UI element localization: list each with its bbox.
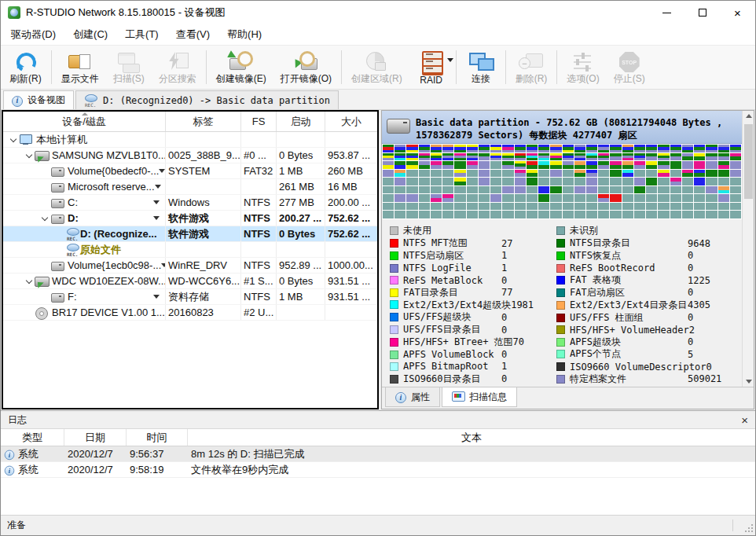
scan-block[interactable] <box>550 178 561 185</box>
scan-block[interactable] <box>515 153 526 161</box>
tree-header-start[interactable]: 启动 <box>277 112 325 131</box>
dropdown-icon[interactable] <box>153 200 160 204</box>
scan-block[interactable] <box>490 194 501 202</box>
chevron-down-icon[interactable] <box>447 58 453 62</box>
menu-item-drive[interactable]: 驱动器(D) <box>2 26 64 43</box>
scan-block[interactable] <box>682 178 693 185</box>
scan-block[interactable] <box>550 153 561 161</box>
scan-block[interactable] <box>406 194 417 202</box>
scan-block[interactable] <box>563 153 574 161</box>
scan-block[interactable] <box>479 178 490 185</box>
scan-block[interactable] <box>479 161 490 169</box>
scan-block[interactable] <box>502 203 513 211</box>
scan-block[interactable] <box>527 170 538 178</box>
scan-block[interactable] <box>550 161 561 169</box>
scan-block[interactable] <box>694 178 705 185</box>
scan-block[interactable] <box>574 178 585 185</box>
scan-block[interactable] <box>706 153 717 161</box>
toolbar-button-create-image[interactable]: 创建镜像(E) <box>209 47 273 87</box>
scan-block[interactable] <box>406 153 417 161</box>
scan-block[interactable] <box>694 170 705 178</box>
scan-block[interactable] <box>515 211 526 218</box>
scan-block[interactable] <box>515 203 526 211</box>
scan-block[interactable] <box>538 170 549 178</box>
tab-device-view[interactable]: 设备视图 <box>3 90 74 109</box>
scan-block[interactable] <box>467 178 478 185</box>
tree-row[interactable]: Microsoft reserve...261 MB16 MB <box>3 179 377 195</box>
scan-block[interactable] <box>419 178 430 185</box>
scan-block[interactable] <box>598 161 609 169</box>
scan-block[interactable] <box>395 186 406 194</box>
scan-block[interactable] <box>586 186 597 194</box>
scan-block[interactable] <box>442 145 453 152</box>
scan-block[interactable] <box>634 178 645 185</box>
scan-block[interactable] <box>718 211 729 218</box>
toolbar-button-connect[interactable]: 连接 <box>459 47 503 87</box>
minimize-button[interactable] <box>649 1 684 24</box>
scan-block[interactable] <box>658 161 669 169</box>
scan-block[interactable] <box>730 203 741 211</box>
scan-block[interactable] <box>454 170 465 178</box>
scan-block[interactable] <box>406 211 417 218</box>
scan-block[interactable] <box>634 211 645 218</box>
scan-block[interactable] <box>634 161 645 169</box>
scan-block[interactable] <box>646 161 657 169</box>
scan-block[interactable] <box>730 194 741 202</box>
scan-block[interactable] <box>646 170 657 178</box>
scan-block[interactable] <box>515 161 526 169</box>
scan-block[interactable] <box>718 153 729 161</box>
scan-block[interactable] <box>406 145 417 152</box>
tab-recognized-partition[interactable]: D: (Recognized0) -> Basic data partition <box>75 90 339 109</box>
tree-row[interactable]: Volume{0bedecf0-...SYSTEMFAT321 MB260 MB <box>3 163 377 179</box>
scan-block[interactable] <box>634 186 645 194</box>
scan-block[interactable] <box>527 203 538 211</box>
scan-block[interactable] <box>718 145 729 152</box>
scan-block[interactable] <box>538 153 549 161</box>
scan-block[interactable] <box>431 211 442 218</box>
scan-block[interactable] <box>515 186 526 194</box>
scan-block[interactable] <box>490 211 501 218</box>
scan-block[interactable] <box>395 203 406 211</box>
scan-block[interactable] <box>563 194 574 202</box>
scan-block[interactable] <box>454 194 465 202</box>
scan-block[interactable] <box>646 178 657 185</box>
scan-block[interactable] <box>490 203 501 211</box>
scan-block[interactable] <box>718 186 729 194</box>
maximize-button[interactable] <box>684 1 720 24</box>
chevron-down-icon[interactable] <box>24 154 35 157</box>
scan-block[interactable] <box>586 194 597 202</box>
scan-block[interactable] <box>395 211 406 218</box>
scan-block[interactable] <box>598 203 609 211</box>
tree-row[interactable]: D: (Recognize...软件游戏NTFS0 Bytes752.62 ..… <box>3 226 377 242</box>
scan-block[interactable] <box>658 145 669 152</box>
toolbar-button-refresh[interactable]: 刷新(R) <box>2 47 49 87</box>
scan-block[interactable] <box>467 203 478 211</box>
tab-scan-info[interactable]: 扫描信息 <box>442 387 517 407</box>
scan-block[interactable] <box>586 178 597 185</box>
dropdown-icon[interactable] <box>155 185 161 189</box>
scan-block[interactable] <box>694 203 705 211</box>
scan-block[interactable] <box>718 161 729 169</box>
scan-block[interactable] <box>598 186 609 194</box>
scan-block[interactable] <box>706 203 717 211</box>
scan-block[interactable] <box>538 178 549 185</box>
scan-block[interactable] <box>622 170 633 178</box>
scan-block[interactable] <box>502 211 513 218</box>
scan-block[interactable] <box>646 211 657 218</box>
scan-block[interactable] <box>454 161 465 169</box>
scan-block[interactable] <box>682 145 693 152</box>
tree-row[interactable]: Volume{1ecb0c98-...WinRE_DRVNTFS952.89 .… <box>3 258 377 274</box>
vertical-scrollbar[interactable] <box>742 111 754 387</box>
scan-block[interactable] <box>515 170 526 178</box>
scan-block[interactable] <box>383 194 394 202</box>
scan-block[interactable] <box>622 211 633 218</box>
scan-block[interactable] <box>586 211 597 218</box>
scan-block[interactable] <box>467 211 478 218</box>
scan-block[interactable] <box>431 145 442 152</box>
scan-block[interactable] <box>538 211 549 218</box>
scan-block[interactable] <box>442 194 453 202</box>
scan-block[interactable] <box>694 194 705 202</box>
scan-block[interactable] <box>598 178 609 185</box>
scan-block[interactable] <box>706 145 717 152</box>
tree-row[interactable]: 本地计算机 <box>3 132 377 148</box>
